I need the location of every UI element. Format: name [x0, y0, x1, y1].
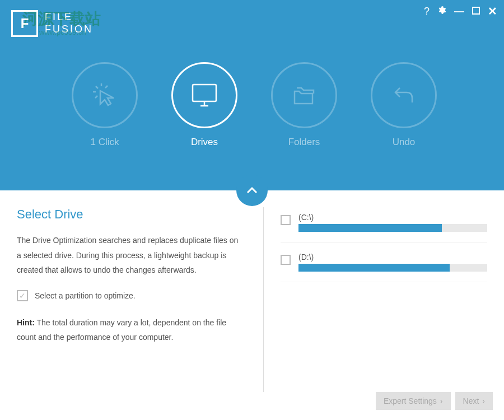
expert-settings-button[interactable]: Expert Settings › — [376, 392, 451, 410]
monitor-icon — [188, 79, 221, 111]
tab-bar: 1 Click Drives Folders Undo — [11, 62, 497, 148]
tab-label: Undo — [393, 137, 416, 148]
panel-title: Select Drive — [17, 207, 241, 222]
tab-label: Drives — [191, 137, 218, 148]
window-controls: ? — ✕ — [424, 4, 497, 18]
drive-d-checkbox[interactable] — [281, 255, 291, 265]
tab-1click[interactable]: 1 Click — [72, 62, 138, 148]
vertical-divider — [263, 207, 264, 392]
drive-d-usage-bar — [298, 264, 487, 272]
select-partition-checkbox-row: ✓ Select a partition to optimize. — [17, 290, 241, 301]
panel-description: The Drive Optimization searches and repl… — [17, 233, 241, 278]
tab-label: Folders — [288, 137, 320, 148]
close-icon[interactable]: ✕ — [488, 4, 497, 18]
help-icon[interactable]: ? — [424, 6, 430, 17]
drive-d-usage-fill — [298, 264, 450, 272]
chevron-right-icon: › — [482, 396, 485, 405]
header: 河源下载站 www.pc559.cn ? — ✕ FILE FUSION 1 C… — [0, 0, 504, 190]
svg-rect-1 — [193, 85, 216, 101]
drive-c-checkbox[interactable] — [281, 215, 291, 225]
hint-text: Hint: The total duration may vary a lot,… — [17, 315, 241, 345]
content-area: Select Drive The Drive Optimization sear… — [0, 190, 504, 392]
tab-undo[interactable]: Undo — [371, 62, 437, 148]
footer-buttons: Expert Settings › Next › — [376, 392, 493, 410]
tab-folders[interactable]: Folders — [271, 62, 337, 148]
undo-icon — [390, 81, 418, 109]
drive-c-usage-fill — [298, 224, 442, 232]
chevron-up-icon[interactable] — [236, 175, 268, 206]
select-partition-label: Select a partition to optimize. — [35, 291, 136, 300]
left-panel: Select Drive The Drive Optimization sear… — [17, 207, 252, 392]
maximize-icon[interactable] — [472, 6, 480, 17]
drive-c-name: (C:\) — [298, 213, 487, 222]
cursor-click-icon — [90, 81, 119, 110]
drive-row-d[interactable]: (D:\) — [281, 247, 487, 282]
drive-row-c[interactable]: (C:\) — [281, 207, 487, 242]
tab-label: 1 Click — [90, 137, 119, 148]
logo-mark-icon — [11, 10, 38, 37]
next-button[interactable]: Next › — [455, 392, 493, 410]
folders-icon — [289, 80, 319, 110]
select-partition-checkbox[interactable]: ✓ — [17, 290, 28, 301]
minimize-icon[interactable]: — — [454, 6, 464, 17]
logo-text: FILE FUSION — [45, 11, 93, 35]
drive-c-usage-bar — [298, 224, 487, 232]
svg-rect-0 — [473, 7, 479, 14]
tab-drives[interactable]: Drives — [171, 62, 237, 148]
drives-list: (C:\) (D:\) — [275, 207, 487, 392]
chevron-right-icon: › — [440, 396, 443, 405]
drive-d-name: (D:\) — [298, 253, 487, 262]
settings-icon[interactable] — [437, 6, 446, 17]
